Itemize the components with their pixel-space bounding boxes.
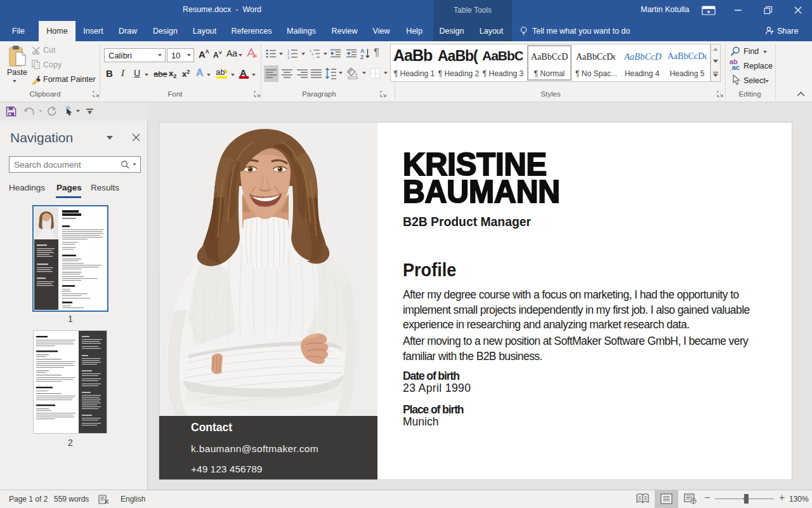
- svg-text:i: i: [313, 56, 314, 60]
- svg-text:Z: Z: [360, 54, 364, 60]
- svg-text:3: 3: [287, 56, 289, 60]
- svg-text:A: A: [360, 48, 365, 54]
